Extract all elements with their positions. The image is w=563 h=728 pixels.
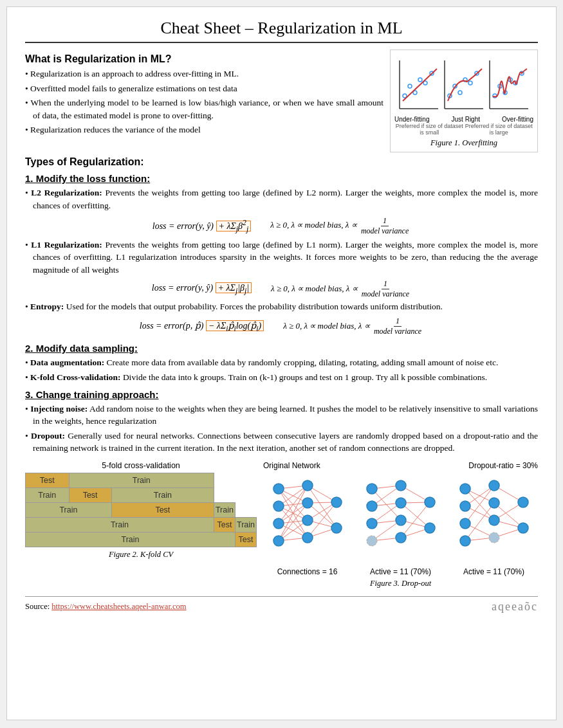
svg-point-77	[396, 480, 406, 491]
fig2-caption: Figure 2. K-fold CV	[25, 550, 257, 560]
kfold-item: K-fold Cross-validation: Divide the data…	[25, 371, 538, 384]
l1-title: L1 Regularization:	[31, 240, 102, 250]
inject-text: Add random noise to the weights when the…	[33, 404, 538, 426]
svg-point-52	[273, 536, 284, 546]
entropy-formula: loss = error(p, p̂) − λΣip̂ilog(p̂i)	[140, 320, 264, 333]
nn-dropout1: Active = 11 (70%)	[356, 473, 445, 576]
entropy-formula-text: loss = error(p, p̂) − λΣip̂ilog(p̂i)	[140, 320, 264, 331]
svg-point-96	[460, 484, 470, 494]
active1-label: Active = 11 (70%)	[356, 567, 445, 576]
l1-section: L1 Regularization: Prevents the weights …	[25, 239, 538, 277]
kfold-title: K-fold Cross-validation:	[30, 372, 120, 382]
l2-formula-row: loss = error(y, ŷ) + λΣjβ2j λ ≥ 0, λ ∝ m…	[25, 214, 538, 238]
bullet-1: Regularization is an approach to address…	[25, 68, 383, 80]
modify-data-heading: 2. Modify data sampling:	[25, 343, 538, 354]
svg-point-104	[518, 497, 528, 507]
svg-point-98	[460, 518, 470, 529]
entropy-cond-text: λ ≥ 0, λ ∝ model bias, λ ∝ 1model varian…	[283, 321, 423, 331]
svg-point-79	[396, 515, 406, 525]
connections-label: Connections = 16	[263, 567, 351, 576]
kfold-row-3: Train Test Train	[26, 502, 257, 517]
kfold-cell-test-4: Test	[214, 517, 235, 532]
kfold-text: Divide the data into k groups. Train on …	[123, 372, 487, 382]
svg-point-97	[460, 501, 470, 511]
l2-formula-text: loss = error(y, ŷ) + λΣjβ2j	[152, 221, 251, 232]
change-training-heading: 3. Change training approach:	[25, 389, 538, 400]
svg-point-82	[425, 523, 435, 533]
entropy-conditions: λ ≥ 0, λ ∝ model bias, λ ∝ 1model varian…	[283, 316, 423, 336]
intro-text: What is Regularization in ML? Regulariza…	[25, 50, 383, 152]
svg-point-81	[425, 497, 435, 507]
svg-point-13	[458, 91, 462, 95]
kfold-cell-train-3a: Train	[26, 502, 112, 517]
section1-heading: What is Regularization in ML?	[25, 53, 383, 65]
kfold-cell-train-1: Train	[69, 473, 214, 487]
kfold-row-1: Test Train	[26, 473, 257, 487]
bullet-4: Regularization reduces the variance of t…	[25, 123, 383, 136]
nn-original: Connections = 16	[263, 473, 351, 576]
data-aug-title: Data augmentation:	[30, 358, 104, 367]
inject-title: Injecting noise:	[30, 404, 88, 414]
intro-section: What is Regularization in ML? Regulariza…	[25, 50, 538, 152]
inject-item: Injecting noise: Add random noise to the…	[25, 403, 538, 428]
kfold-fig-title: 5-fold cross-validation	[25, 461, 257, 470]
dropout-ratio-label: Dropout-ratio = 30%	[468, 461, 538, 470]
entropy-item: Entropy: Used for the models that output…	[25, 300, 538, 313]
bottom-section: 5-fold cross-validation Test Train Train…	[25, 461, 538, 588]
svg-point-80	[396, 532, 406, 543]
types-heading: Types of Regularization:	[25, 156, 538, 168]
figure1: Under-fitting Just Right Over-fitting Pr…	[390, 50, 538, 152]
svg-point-55	[302, 515, 313, 525]
kfold-cell-train-4a: Train	[26, 517, 214, 532]
overfit-labels: Under-fitting Just Right Over-fitting	[394, 116, 533, 123]
entropy-section: Entropy: Used for the models that output…	[25, 300, 538, 313]
label-justright: Just Right	[452, 116, 480, 123]
svg-point-50	[273, 501, 284, 511]
fig3-caption: Figure 3. Drop-out	[263, 579, 538, 588]
l2-formula: loss = error(y, ŷ) + λΣjβ2j	[152, 219, 251, 233]
bullet-2: Overfitted model fails to generalize est…	[25, 82, 383, 95]
svg-point-100	[489, 480, 499, 491]
source-link[interactable]: https://www.cheatsheets.aqeel-anwar.com	[51, 602, 186, 611]
kfold-row-2: Train Test Train	[26, 487, 257, 502]
kfold-cell-test-2: Test	[69, 487, 111, 502]
svg-point-105	[518, 523, 528, 533]
kfold-figure: 5-fold cross-validation Test Train Train…	[25, 461, 257, 588]
source-label: Source:	[25, 602, 50, 611]
svg-point-57	[331, 497, 342, 507]
svg-point-56	[302, 532, 313, 543]
svg-point-101	[489, 498, 499, 508]
l1-item: L1 Regularization: Prevents the weights …	[25, 239, 538, 277]
l1-cond-text: λ ≥ 0, λ ∝ model bias, λ ∝ 1model varian…	[271, 284, 411, 293]
kfold-cell-train-2b: Train	[111, 487, 214, 502]
svg-point-102	[489, 515, 499, 525]
dropout-title: Dropout:	[31, 431, 65, 441]
original-network-label: Original Network	[263, 461, 320, 470]
nn-original-svg	[266, 473, 349, 563]
svg-point-49	[273, 484, 284, 494]
l2-highlight: + λΣjβ2j	[216, 221, 252, 232]
kfold-cell-test-1: Test	[26, 473, 69, 487]
l2-title: L2 Regularization:	[31, 188, 102, 197]
overfit-sub-left: Preferred if size of dataset is small	[394, 123, 464, 136]
source-text: Source: https://www.cheatsheets.aqeel-an…	[25, 602, 187, 612]
fig1-caption: Figure 1. Overfitting	[394, 138, 533, 148]
l2-section: L2 Regularization: Prevents the weights …	[25, 187, 538, 212]
entropy-title: Entropy:	[30, 302, 64, 311]
svg-point-78	[396, 498, 406, 508]
l2-text: Prevents the weights from getting too la…	[33, 188, 538, 210]
kfold-cell-test-3: Test	[111, 502, 214, 517]
dropout-text: Generally used for neural networks. Conn…	[33, 431, 538, 453]
data-sampling-list: Data augmentation: Create more data from…	[25, 356, 538, 383]
l2-conditions: λ ≥ 0, λ ∝ model bias, λ ∝ 1model varian…	[270, 216, 411, 236]
overfitting-svg	[396, 54, 531, 112]
svg-point-53	[302, 480, 313, 491]
intro-bullets: Regularization is an approach to address…	[25, 68, 383, 136]
nn-dropout2-svg	[452, 473, 536, 563]
modify-loss-heading: 1. Modify the loss function:	[25, 173, 538, 184]
svg-point-99	[460, 536, 470, 546]
svg-point-75	[367, 518, 377, 529]
svg-point-5	[418, 78, 422, 82]
dropout-figure: Original Network Dropout-ratio = 30%	[263, 461, 538, 588]
svg-point-58	[331, 523, 342, 533]
